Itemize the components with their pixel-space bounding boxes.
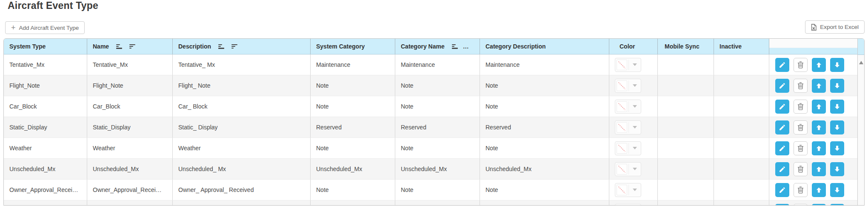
edit-button[interactable] — [775, 120, 789, 134]
column-header-mobile-sync[interactable]: Mobile Sync — [658, 39, 714, 54]
no-color-swatch — [617, 60, 627, 70]
cell-category-name: Note — [401, 82, 414, 89]
move-down-button[interactable] — [830, 58, 844, 72]
arrow-up-icon — [816, 187, 822, 193]
trash-icon — [797, 124, 804, 131]
delete-button[interactable] — [794, 183, 808, 197]
move-down-button[interactable] — [830, 162, 844, 176]
cell-system-category: Maintenance — [316, 61, 350, 68]
color-picker[interactable] — [615, 183, 641, 197]
move-down-button[interactable] — [830, 120, 844, 134]
move-up-button[interactable] — [812, 204, 826, 206]
move-up-button[interactable] — [812, 79, 826, 93]
chevron-down-icon — [633, 105, 637, 108]
column-label: Inactive — [720, 43, 742, 50]
move-down-button[interactable] — [830, 100, 844, 114]
cell-description: Tentative_ Mx — [178, 61, 215, 68]
delete-button[interactable] — [794, 100, 808, 114]
cell-category-name: Unscheduled_Mx — [401, 166, 447, 172]
column-header-inactive[interactable]: Inactive — [714, 39, 769, 54]
edit-button[interactable] — [775, 183, 789, 197]
delete-button[interactable] — [794, 58, 808, 72]
export-to-excel-button[interactable]: Export to Excel — [805, 20, 865, 34]
cell-category-name: Note — [401, 103, 414, 110]
color-dropdown[interactable] — [628, 164, 641, 175]
column-header-description[interactable]: Description — [173, 39, 311, 54]
edit-button[interactable] — [775, 79, 789, 93]
move-up-button[interactable] — [812, 141, 826, 155]
arrow-up-icon — [816, 124, 822, 131]
color-picker[interactable] — [615, 141, 641, 155]
color-dropdown[interactable] — [628, 80, 641, 91]
arrow-down-icon — [834, 145, 840, 152]
cell-category-name: Maintenance — [401, 61, 435, 68]
edit-button[interactable] — [775, 141, 789, 155]
color-picker[interactable] — [615, 79, 641, 93]
cell-system-type: Unscheduled_Mx — [9, 166, 55, 172]
color-picker[interactable] — [615, 58, 641, 72]
color-picker[interactable] — [615, 204, 641, 206]
edit-button[interactable] — [775, 204, 789, 206]
column-header-category-name[interactable]: Category Name … — [395, 39, 480, 54]
edit-button[interactable] — [775, 100, 789, 114]
color-picker[interactable] — [615, 162, 641, 176]
color-picker[interactable] — [615, 120, 641, 134]
cell-name: Owner_Approval_Recei… — [93, 186, 162, 193]
move-up-button[interactable] — [812, 100, 826, 114]
column-header-name[interactable]: Name — [87, 39, 173, 54]
delete-button[interactable] — [794, 79, 808, 93]
ellipsis-icon: … — [463, 43, 469, 50]
no-color-swatch — [617, 101, 627, 112]
color-dropdown[interactable] — [628, 143, 641, 154]
move-down-button[interactable] — [830, 204, 844, 206]
column-header-system-type[interactable]: System Type — [4, 39, 87, 54]
color-dropdown[interactable] — [628, 122, 641, 133]
actions-header-inset — [769, 39, 857, 48]
chevron-down-icon — [633, 147, 637, 149]
move-down-button[interactable] — [830, 79, 844, 93]
move-up-button[interactable] — [812, 162, 826, 176]
add-aircraft-event-type-button[interactable]: + Add Aircraft Event Type — [5, 21, 85, 34]
cell-category-name: Note — [401, 145, 414, 152]
scroll-up-icon[interactable] — [859, 61, 863, 64]
cell-system-category: Unscheduled_Mx — [316, 166, 362, 172]
column-header-system-category[interactable]: System Category — [311, 39, 395, 54]
sort-icon[interactable] — [452, 44, 458, 49]
move-up-button[interactable] — [812, 120, 826, 134]
filter-lines-icon[interactable] — [231, 44, 237, 49]
cell-name: Unscheduled_Mx — [93, 166, 139, 172]
column-label: Name — [93, 43, 109, 50]
color-picker[interactable] — [615, 100, 641, 114]
move-down-button[interactable] — [830, 183, 844, 197]
arrow-down-icon — [834, 166, 840, 172]
arrow-up-icon — [816, 145, 822, 152]
move-up-button[interactable] — [812, 183, 826, 197]
arrow-down-icon — [834, 187, 840, 193]
table-row: Unscheduled_Mx Unscheduled_Mx Unschedule… — [4, 159, 857, 180]
table-row: Car_Block Car_Block Car_ Block Note Note… — [4, 96, 857, 117]
delete-button[interactable] — [794, 120, 808, 134]
trash-icon — [797, 166, 804, 173]
column-label: Mobile Sync — [665, 43, 700, 50]
filter-lines-icon[interactable] — [129, 44, 135, 49]
column-header-color[interactable]: Color — [609, 39, 658, 54]
edit-button[interactable] — [775, 162, 789, 176]
arrow-down-icon — [834, 62, 840, 68]
no-color-swatch — [617, 185, 627, 195]
vertical-scrollbar[interactable] — [857, 39, 864, 205]
pencil-icon — [779, 103, 786, 110]
edit-button[interactable] — [775, 58, 789, 72]
color-dropdown[interactable] — [628, 185, 641, 195]
sort-icon[interactable] — [218, 44, 224, 49]
delete-button[interactable] — [794, 141, 808, 155]
sort-icon[interactable] — [116, 44, 122, 49]
column-header-category-description[interactable]: Category Description — [480, 39, 609, 54]
move-up-button[interactable] — [812, 58, 826, 72]
delete-button[interactable] — [794, 162, 808, 176]
move-down-button[interactable] — [830, 141, 844, 155]
scrollbar-header-spacer — [858, 39, 864, 55]
cell-system-type: Car_Block — [9, 103, 37, 110]
color-dropdown[interactable] — [628, 60, 641, 70]
delete-button[interactable] — [794, 204, 808, 206]
color-dropdown[interactable] — [628, 101, 641, 112]
